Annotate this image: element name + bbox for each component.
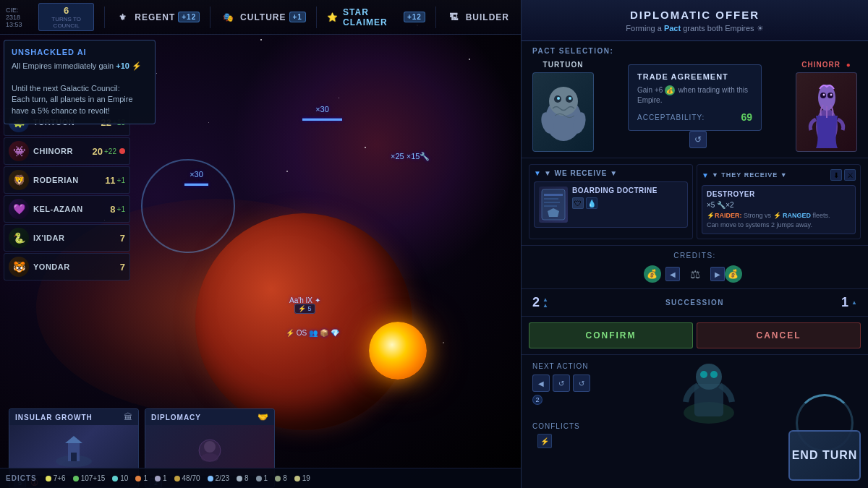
- ixidar-avatar: 🐍: [9, 228, 29, 248]
- they-receive-action1[interactable]: ⬇: [830, 169, 842, 181]
- succession-row: 2 ▲ ▲ SUCCESSION 1 ▲: [522, 289, 868, 317]
- planet-label-aahix: Aa'h IX ✦ ⚡ 5: [289, 296, 320, 312]
- cancel-button[interactable]: CANCEL: [697, 322, 861, 348]
- svg-point-30: [710, 371, 718, 378]
- svg-point-6: [201, 453, 218, 462]
- balance-scale-icon: ⚖: [684, 267, 706, 281]
- stat-influence: 19: [294, 474, 310, 482]
- acceptability-row: ACCEPTABILITY: 69: [637, 111, 752, 123]
- stat-tools: 1: [155, 474, 167, 482]
- builder-icon: 🏗: [446, 9, 462, 25]
- svg-point-11: [557, 97, 560, 100]
- star-claimer-icon: ⭐: [327, 9, 339, 25]
- top-navigation: CIE: 2318 13:53 6 TURNS TO COUNCIL ⚜ REG…: [0, 0, 521, 35]
- svg-rect-23: [544, 198, 558, 200]
- stat-science: 1: [256, 474, 268, 482]
- stat-storage: 48/70: [174, 474, 200, 482]
- portrait-turtuon: TURTUON: [532, 61, 594, 152]
- nav-item-regent[interactable]: ⚜ REGENT +12: [109, 7, 205, 28]
- nav-item-star-claimer[interactable]: ⭐ STAR CLAIMER +12: [321, 4, 431, 30]
- svg-point-29: [700, 371, 707, 378]
- next-action-area: NEXT ACTION ◀ ↺ ↺ 2: [522, 355, 868, 488]
- nav-item-builder[interactable]: 🏗 BUILDER: [441, 7, 515, 28]
- planet-icons: ⚡ OS 👥 📦 💎: [286, 329, 339, 337]
- svg-point-19: [822, 94, 825, 96]
- credits-icon-right: 💰: [725, 265, 742, 283]
- stat-energy: 7+6: [46, 474, 66, 482]
- next-action-prev[interactable]: ◀: [532, 374, 550, 392]
- they-receive-panel: ▼ ▼ THEY RECEIVE ▼ ⬇ ⚔ DESTROYER ×5 🔧×2 …: [697, 164, 861, 239]
- regent-icon: ⚜: [115, 9, 131, 25]
- next-action-reset[interactable]: ↺: [553, 374, 570, 392]
- empire-list: 🐢 TURTUON 22 +13 👾 CHINORR 20 +22 🦁 RODE…: [4, 108, 130, 282]
- credits-row: CREDITS: 💰 ◀ ⚖ ▶ 💰: [522, 246, 868, 289]
- credits-decrease-btn[interactable]: ◀: [665, 267, 680, 281]
- svg-point-12: [569, 97, 571, 100]
- action-buttons-row: CONFIRM CANCEL: [522, 317, 868, 355]
- boarding-doctrine-icon: [539, 187, 568, 223]
- shield-item-icon: 🛡: [572, 197, 584, 209]
- turtuon-portrait-img: [532, 72, 594, 152]
- they-receive-action2[interactable]: ⚔: [844, 169, 856, 181]
- roderian-avatar: 🦁: [9, 170, 29, 190]
- stat-population: 2/23: [208, 474, 229, 482]
- svg-rect-3: [71, 453, 77, 461]
- nav-item-culture[interactable]: 🎭 CULTURE +1: [215, 7, 312, 28]
- culture-icon: 🎭: [221, 9, 237, 25]
- portrait-chinorr: CHINORR ●: [796, 61, 857, 152]
- water-item-icon: 💧: [586, 197, 597, 209]
- credits-icon-left: 💰: [644, 265, 661, 283]
- empire-item-yondar[interactable]: 🐯 YONDAR 7: [4, 253, 130, 281]
- empire-item-chinorr[interactable]: 👾 CHINORR 20 +22: [4, 137, 130, 165]
- diplomatic-header: DIPLOMATIC OFFER Forming a Pact grants b…: [522, 0, 868, 41]
- chinorr-portrait-img: [796, 72, 857, 152]
- svg-rect-24: [544, 202, 560, 203]
- svg-marker-2: [65, 436, 82, 443]
- svg-point-28: [696, 364, 722, 390]
- empire-item-kel-azaan[interactable]: 💜 KEL-AZAAN 8 +1: [4, 195, 130, 223]
- confirm-button[interactable]: CONFIRM: [529, 322, 693, 348]
- credits-increase-btn[interactable]: ▶: [710, 267, 725, 281]
- sun-star: [369, 322, 427, 380]
- chinorr-avatar: 👾: [9, 141, 29, 161]
- end-turn-button[interactable]: END TURN: [788, 430, 861, 481]
- svg-point-8: [549, 87, 578, 116]
- fleet-count-1: ×30▬▬▬: [184, 170, 208, 187]
- we-receive-panel: ▼ ▼ WE RECEIVE ▼ BOARDING: [529, 164, 693, 239]
- fleet-count-3: ×25 ×15🔧: [391, 152, 430, 161]
- next-action-next[interactable]: ↺: [573, 374, 590, 392]
- stat-growth: 107+15: [73, 474, 106, 482]
- kelazaan-avatar: 💜: [9, 199, 29, 219]
- ai-tooltip-panel: UNSHACKLED AI All Empires immediately ga…: [4, 40, 156, 124]
- pact-trade-card: TRADE AGREEMENT Gain +6 💰 when trading w…: [628, 64, 762, 132]
- trade-area: ▼ ▼ WE RECEIVE ▼ BOARDING: [522, 158, 868, 246]
- stat-food: 8: [275, 474, 287, 482]
- svg-point-20: [830, 94, 832, 96]
- fleet-count-2: ×30▬▬▬▬▬: [302, 105, 342, 122]
- pact-card-center: TRADE AGREEMENT Gain +6 💰 when trading w…: [621, 64, 769, 149]
- stat-dust: 10: [112, 474, 128, 482]
- empire-item-roderian[interactable]: 🦁 RODERIAN 11 +1: [4, 166, 130, 194]
- yondar-avatar: 🐯: [9, 257, 29, 277]
- svg-rect-22: [544, 194, 563, 196]
- refresh-button[interactable]: ↺: [689, 131, 707, 148]
- stat-industry: 8: [237, 474, 249, 482]
- turns-counter: 6 TURNS TO COUNCIL: [38, 3, 95, 31]
- destroyer-card: DESTROYER ×5 🔧×2 ⚡RAIDER: Strong vs ⚡ RA…: [702, 185, 856, 234]
- edicts-bar: EDICTS 7+6 107+15 10 1 1 48/70 2/23: [0, 468, 521, 488]
- cie-resource: CIE: 2318 13:53: [6, 7, 33, 28]
- svg-point-5: [204, 441, 216, 453]
- conflicts-icon: ⚡: [537, 434, 552, 448]
- boarding-doctrine-card: BOARDING DOCTRINE 🛡 💧: [534, 181, 688, 228]
- chinorr-indicator: [119, 148, 125, 154]
- svg-rect-25: [544, 205, 557, 207]
- stat-military: 1: [135, 474, 148, 482]
- game-map[interactable]: Aa'h IX ✦ ⚡ 5 ×30▬▬▬ ×30▬▬▬▬▬ ×25 ×15🔧 ⚡…: [0, 0, 521, 488]
- pact-selection-area: PACT SELECTION: TURTUON: [522, 41, 868, 158]
- diplomatic-panel: DIPLOMATIC OFFER Forming a Pact grants b…: [521, 0, 868, 488]
- pact-portraits-row: TURTUON: [532, 61, 857, 152]
- empire-item-ixidar[interactable]: 🐍 IX'IDAR 7: [4, 224, 130, 252]
